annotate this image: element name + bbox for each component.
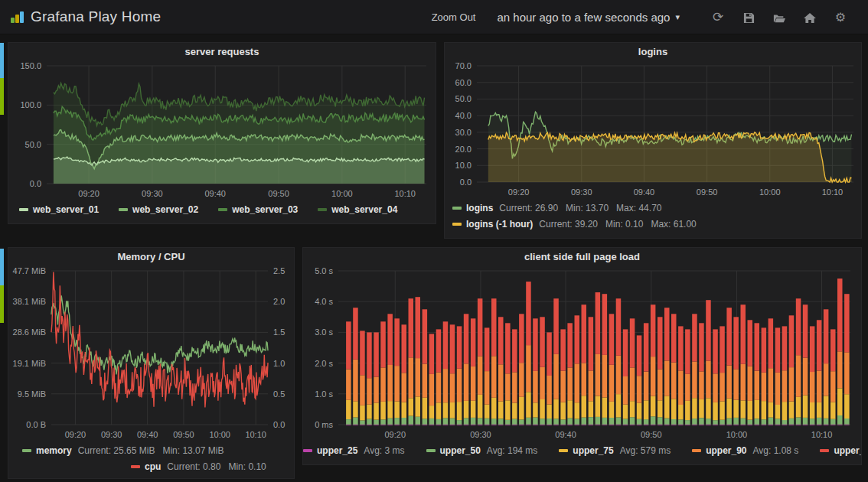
panel-title[interactable]: logins — [445, 43, 861, 60]
bar-segment-upper_50 — [671, 419, 677, 425]
brand[interactable]: Grafana Play Home — [0, 8, 161, 25]
bar-segment-upper_90 — [402, 373, 407, 402]
row-toggle-strip-blue-2[interactable] — [0, 249, 4, 285]
bar-segment-upper_95 — [762, 327, 767, 372]
bar-segment-upper_50 — [699, 418, 704, 425]
bar-segment-upper_25 — [803, 425, 808, 425]
bar-segment-upper_75 — [692, 398, 697, 418]
settings-button[interactable]: ⚙ — [825, 0, 856, 34]
x-axis-tick: 09:30 — [101, 430, 122, 439]
legend-item-cpu[interactable]: cpuCurrent: 0.80Min: 0.10 — [131, 459, 274, 475]
bar-segment-upper_90 — [782, 370, 787, 402]
bar-segment-upper_95 — [533, 318, 538, 371]
legend-item-upper-95[interactable]: upper_95Avg: 1.64 s — [820, 443, 861, 459]
home-icon — [804, 12, 816, 24]
legend-item-logins[interactable]: loginsCurrent: 26.90Min: 13.70Max: 44.70 — [452, 200, 669, 217]
row-toggle-strip-green-1[interactable] — [0, 78, 4, 115]
bar-segment-upper_95 — [519, 314, 524, 363]
bar-segment-upper_75 — [526, 392, 531, 418]
panel-title[interactable]: client side full page load — [303, 248, 861, 265]
bar-segment-upper_25 — [789, 425, 795, 425]
legend-item-upper-75[interactable]: upper_75Avg: 579 ms — [559, 443, 678, 459]
bar-segment-upper_25 — [775, 425, 781, 425]
bar-segment-upper_75 — [402, 402, 407, 418]
home-button[interactable] — [795, 0, 825, 34]
bar-segment-upper_25 — [374, 425, 379, 425]
row-toggle-strip-blue-1[interactable] — [0, 43, 4, 78]
bar-segment-upper_75 — [609, 402, 615, 418]
legend-item-web-server-02[interactable]: web_server_02 — [119, 202, 204, 218]
y-axis-tick: 5.0 s — [315, 266, 333, 275]
legend-item-upper-50[interactable]: upper_50Avg: 194 ms — [426, 443, 546, 459]
bar-segment-upper_75 — [409, 398, 414, 415]
bar-segment-upper_50 — [367, 419, 372, 425]
panel-title[interactable]: server requests — [8, 43, 436, 60]
series-color-swatch — [318, 208, 327, 211]
x-axis-tick: 09:30 — [470, 430, 491, 439]
bar-segment-upper_95 — [478, 298, 483, 356]
legend-item-web-server-04[interactable]: web_server_04 — [318, 202, 403, 218]
bar-segment-upper_90 — [789, 367, 795, 402]
bar-segment-upper_25 — [644, 425, 649, 425]
bar-segment-upper_25 — [685, 425, 690, 425]
grafana-logo-icon — [11, 11, 24, 23]
legend-item-upper-25[interactable]: upper_25Avg: 3 ms — [303, 443, 413, 459]
bar-segment-upper_90 — [485, 371, 490, 405]
chart-memory-cpu[interactable]: 09:2009:3009:4009:5010:0010:1047.7 MiB38… — [8, 265, 294, 443]
chart-server-requests[interactable]: 09:2009:3009:4009:5010:0010:10150.0100.0… — [8, 60, 436, 202]
legend-item-web-server-03[interactable]: web_server_03 — [218, 202, 304, 218]
bar-segment-upper_90 — [596, 354, 601, 396]
bar-segment-upper_50 — [602, 418, 608, 425]
bar-segment-upper_25 — [498, 425, 504, 425]
series-name: web_server_04 — [331, 204, 397, 215]
bar-segment-upper_75 — [596, 396, 601, 417]
chart-logins[interactable]: 09:2009:3009:4009:5010:0010:1070.060.050… — [445, 60, 861, 200]
bar-segment-upper_90 — [567, 367, 573, 400]
time-range-picker[interactable]: an hour ago to a few seconds ago ▾ — [497, 11, 680, 24]
bar-segment-upper_25 — [817, 425, 822, 425]
bar-segment-upper_75 — [519, 397, 524, 420]
y-axis-tick: 0.0 — [30, 179, 41, 188]
bar-segment-upper_90 — [720, 373, 725, 401]
bar-segment-upper_75 — [678, 405, 684, 419]
legend-row: memoryCurrent: 25.65 MiBMin: 13.07 MiB — [8, 443, 294, 459]
bar-segment-upper_95 — [512, 329, 517, 372]
bar-segment-upper_50 — [810, 418, 815, 425]
legend-item-upper-90[interactable]: upper_90Avg: 1.08 s — [692, 443, 806, 459]
bar-segment-upper_90 — [817, 371, 822, 402]
row-toggle-strip-green-2[interactable] — [0, 285, 4, 323]
bar-segment-upper_50 — [733, 418, 739, 425]
y-axis-tick: 10.0 — [455, 161, 472, 170]
bar-segment-upper_90 — [360, 375, 365, 405]
bar-segment-upper_95 — [651, 305, 656, 357]
bar-segment-upper_25 — [692, 425, 697, 425]
legend-item-web-server-01[interactable]: web_server_01 — [19, 202, 105, 218]
save-button[interactable] — [733, 0, 764, 34]
bar-segment-upper_50 — [436, 419, 442, 425]
bar-segment-upper_25 — [346, 425, 351, 425]
legend-item-logins-1-hour-[interactable]: logins (-1 hour)Current: 39.20Min: 0.10M… — [452, 217, 704, 233]
bar-segment-upper_90 — [491, 356, 497, 398]
bar-segment-upper_95 — [630, 318, 635, 367]
panel-memory-cpu: Memory / CPU 09:2009:3009:4009:5010:0010… — [8, 247, 295, 479]
refresh-button[interactable]: ⟳ — [703, 0, 733, 34]
x-axis-tick: 09:40 — [204, 189, 226, 198]
y-axis-tick: 150.0 — [20, 61, 41, 70]
bar-segment-upper_95 — [678, 326, 684, 370]
bar-segment-upper_25 — [609, 425, 615, 425]
bar-segment-upper_95 — [450, 324, 455, 373]
bar-segment-upper_95 — [346, 321, 351, 369]
panel-title[interactable]: Memory / CPU — [8, 248, 294, 265]
chart-client-page-load[interactable]: 09:2009:3009:4009:5010:0010:105.0 s4.0 s… — [303, 265, 861, 443]
zoom-out-button[interactable]: Zoom Out — [432, 11, 476, 23]
bar-segment-upper_50 — [720, 420, 725, 425]
open-dashboard-button[interactable] — [764, 0, 795, 34]
dashboard-title[interactable]: Grafana Play Home — [31, 8, 161, 25]
bar-segment-upper_50 — [803, 418, 808, 425]
bar-segment-upper_25 — [699, 425, 704, 425]
bar-segment-upper_75 — [353, 401, 358, 417]
legend-item-memory[interactable]: memoryCurrent: 25.65 MiBMin: 13.07 MiB — [22, 443, 231, 459]
bar-segment-upper_95 — [526, 282, 531, 345]
bar-segment-upper_25 — [810, 425, 815, 425]
bar-segment-upper_25 — [671, 425, 677, 425]
